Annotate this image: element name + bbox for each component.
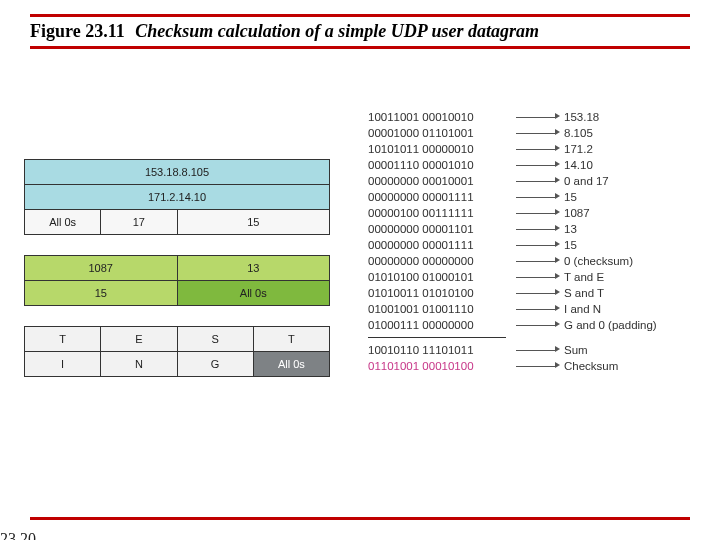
figure-label: Figure 23.11 <box>30 21 125 41</box>
ip-dest: 171.2.14.10 <box>25 185 330 210</box>
binary-row: 00000000 000100010 and 17 <box>368 173 708 189</box>
pseudo-length: 15 <box>177 210 330 235</box>
sum-bits: 10010110 11101011 <box>368 342 508 358</box>
binary-row: 00001110 0000101014.10 <box>368 157 708 173</box>
arrow-icon <box>508 253 564 269</box>
arrow-icon <box>508 285 564 301</box>
arrow-icon <box>508 237 564 253</box>
binary-meaning: 15 <box>564 237 708 253</box>
arrow-icon <box>508 358 564 374</box>
binary-row: 01010100 01000101T and E <box>368 269 708 285</box>
binary-row: 00000000 000000000 (checksum) <box>368 253 708 269</box>
data-padding: All 0s <box>253 352 329 377</box>
binary-row: 00000000 0000111115 <box>368 237 708 253</box>
data-byte: S <box>177 327 253 352</box>
binary-meaning: G and 0 (padding) <box>564 317 708 333</box>
binary-meaning: 171.2 <box>564 141 708 157</box>
arrow-icon <box>508 141 564 157</box>
binary-row: 00000000 0000111115 <box>368 189 708 205</box>
binary-meaning: S and T <box>564 285 708 301</box>
binary-row: 10101011 00000010171.2 <box>368 141 708 157</box>
data-byte: N <box>101 352 177 377</box>
sum-label: Sum <box>564 342 708 358</box>
binary-meaning: T and E <box>564 269 708 285</box>
binary-bits: 00000000 00001111 <box>368 189 508 205</box>
udp-checksum: All 0s <box>177 281 330 306</box>
data-byte: E <box>101 327 177 352</box>
binary-meaning: 14.10 <box>564 157 708 173</box>
checksum-label: Checksum <box>564 358 708 374</box>
figure-body: 153.18.8.105 171.2.14.10 All 0s 17 15 10… <box>24 109 696 484</box>
binary-bits: 01010011 01010100 <box>368 285 508 301</box>
binary-breakdown: 10011001 00010010153.1800001000 01101001… <box>368 109 708 374</box>
binary-bits: 00000000 00000000 <box>368 253 508 269</box>
binary-bits: 00000100 00111111 <box>368 205 508 221</box>
arrow-icon <box>508 157 564 173</box>
data-byte: T <box>25 327 101 352</box>
binary-bits: 10101011 00000010 <box>368 141 508 157</box>
binary-bits: 01010100 01000101 <box>368 269 508 285</box>
arrow-icon <box>508 221 564 237</box>
binary-bits: 00000000 00010001 <box>368 173 508 189</box>
arrow-icon <box>508 205 564 221</box>
binary-meaning: 1087 <box>564 205 708 221</box>
binary-row: 01010011 01010100S and T <box>368 285 708 301</box>
udp-length: 15 <box>25 281 178 306</box>
binary-row: 01001001 01001110I and N <box>368 301 708 317</box>
binary-bits: 01001001 01001110 <box>368 301 508 317</box>
binary-bits: 01000111 00000000 <box>368 317 508 333</box>
sum-row: 10010110 11101011 Sum <box>368 342 708 358</box>
binary-meaning: 0 (checksum) <box>564 253 708 269</box>
arrow-icon <box>508 317 564 333</box>
binary-row: 00001000 011010018.105 <box>368 125 708 141</box>
binary-row: 00000100 001111111087 <box>368 205 708 221</box>
binary-meaning: 153.18 <box>564 109 708 125</box>
data-byte: T <box>253 327 329 352</box>
binary-meaning: 15 <box>564 189 708 205</box>
binary-bits: 00000000 00001111 <box>368 237 508 253</box>
top-rule <box>30 14 690 17</box>
arrow-icon <box>508 269 564 285</box>
page-number: 23.20 <box>0 530 36 540</box>
arrow-icon <box>508 173 564 189</box>
pseudo-proto: 17 <box>101 210 177 235</box>
arrow-icon <box>508 301 564 317</box>
data-byte: I <box>25 352 101 377</box>
arrow-icon <box>508 109 564 125</box>
binary-bits: 00000000 00001101 <box>368 221 508 237</box>
figure-title: Figure 23.11 Checksum calculation of a s… <box>30 21 690 42</box>
figure-caption: Checksum calculation of a simple UDP use… <box>135 21 539 41</box>
binary-row: 10011001 00010010153.18 <box>368 109 708 125</box>
data-byte: G <box>177 352 253 377</box>
checksum-bits: 01101001 00010100 <box>368 358 508 374</box>
binary-meaning: I and N <box>564 301 708 317</box>
binary-meaning: 0 and 17 <box>564 173 708 189</box>
ip-source: 153.18.8.105 <box>25 160 330 185</box>
binary-meaning: 13 <box>564 221 708 237</box>
arrow-icon <box>508 189 564 205</box>
arrow-icon <box>508 125 564 141</box>
binary-meaning: 8.105 <box>564 125 708 141</box>
udp-src-port: 1087 <box>25 256 178 281</box>
pseudo-zero: All 0s <box>25 210 101 235</box>
arrow-icon <box>508 342 564 358</box>
checksum-row: 01101001 00010100 Checksum <box>368 358 708 374</box>
bottom-rule <box>30 517 690 520</box>
binary-row: 00000000 0000110113 <box>368 221 708 237</box>
sum-rule <box>368 337 506 338</box>
binary-bits: 00001110 00001010 <box>368 157 508 173</box>
binary-bits: 10011001 00010010 <box>368 109 508 125</box>
udp-dst-port: 13 <box>177 256 330 281</box>
packet-diagram: 153.18.8.105 171.2.14.10 All 0s 17 15 10… <box>24 159 330 377</box>
binary-bits: 00001000 01101001 <box>368 125 508 141</box>
title-underline <box>30 46 690 49</box>
slide: Figure 23.11 Checksum calculation of a s… <box>0 14 720 540</box>
binary-row: 01000111 00000000G and 0 (padding) <box>368 317 708 333</box>
